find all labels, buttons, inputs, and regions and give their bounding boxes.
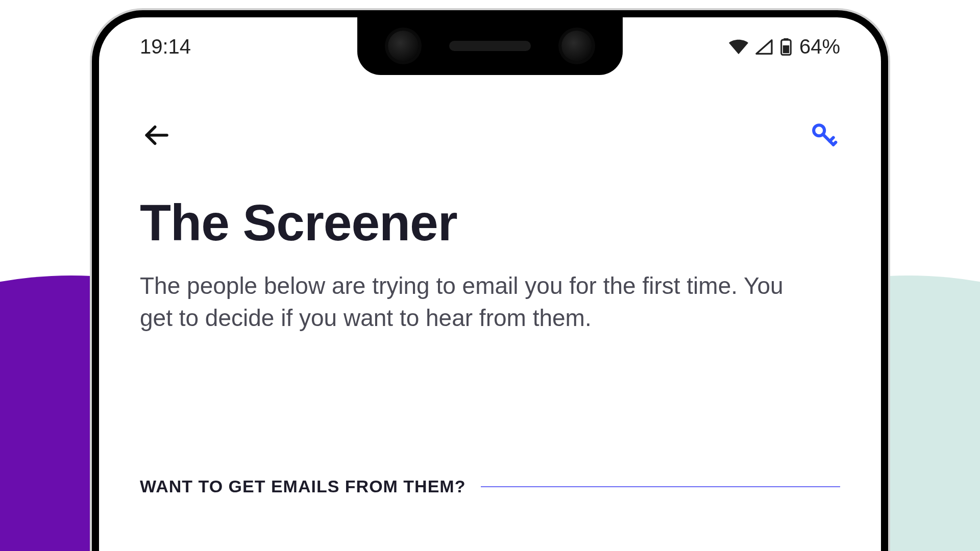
key-icon — [810, 121, 838, 151]
arrow-left-icon — [142, 121, 170, 151]
status-time: 19:14 — [140, 35, 191, 58]
cellular-signal-icon — [755, 39, 773, 55]
wifi-icon — [729, 39, 748, 55]
status-bar: 19:14 — [99, 17, 881, 76]
key-button[interactable] — [807, 119, 840, 152]
svg-line-6 — [830, 137, 834, 141]
svg-line-7 — [834, 142, 836, 145]
status-battery-text: 64% — [799, 35, 840, 58]
section-header: WANT TO GET EMAILS FROM THEM? — [140, 477, 465, 496]
svg-rect-2 — [783, 45, 789, 53]
battery-icon — [780, 38, 792, 56]
section-row: WANT TO GET EMAILS FROM THEM? — [140, 477, 840, 496]
page-title: The Screener — [140, 196, 840, 249]
app-bar — [99, 119, 881, 152]
phone-frame: 19:14 — [92, 10, 888, 551]
back-button[interactable] — [140, 119, 173, 152]
screen-content: The Screener The people below are trying… — [140, 196, 840, 335]
page-subtitle: The people below are trying to email you… — [140, 270, 793, 335]
section-divider — [481, 486, 840, 487]
